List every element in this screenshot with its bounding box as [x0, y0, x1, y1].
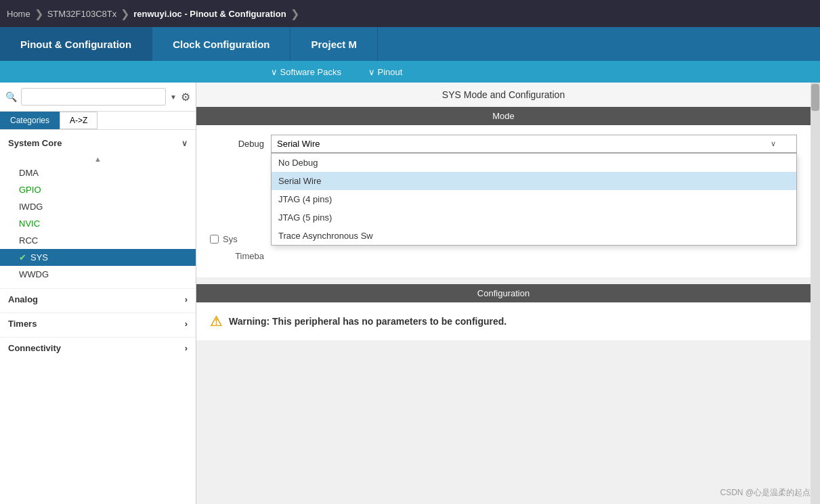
- collapse-indicator: ▲: [0, 154, 196, 164]
- timers-section: Timers ›: [0, 313, 196, 334]
- breadcrumb-home[interactable]: Home: [7, 9, 30, 19]
- breadcrumb-sep-2: ❯: [121, 7, 129, 20]
- content-title: SYS Mode and Configuration: [196, 83, 811, 107]
- tab-categories[interactable]: Categories: [0, 112, 60, 129]
- sys-checkbox[interactable]: [210, 235, 219, 244]
- dropdown-option-trace[interactable]: Trace Asynchronous Sw: [272, 227, 796, 245]
- sys-label: SYS: [30, 252, 48, 262]
- sidebar-item-sys[interactable]: ✔ SYS: [0, 249, 196, 266]
- sidebar-search-row: 🔍 ▼ ⚙: [0, 83, 196, 112]
- system-core-label: System Core: [8, 138, 62, 148]
- connectivity-header[interactable]: Connectivity ›: [0, 338, 196, 359]
- breadcrumb-sep-1: ❯: [35, 7, 43, 20]
- warning-text: Warning: This peripheral has no paramete…: [229, 316, 506, 327]
- mode-section-header: Mode: [196, 107, 811, 125]
- analog-label: Analog: [8, 294, 38, 304]
- software-packs-button[interactable]: ∨ Software Packs: [271, 67, 341, 77]
- connectivity-arrow: ›: [185, 343, 188, 353]
- sidebar-tabs: Categories A->Z: [0, 112, 196, 130]
- system-core-header[interactable]: System Core ∨: [0, 133, 196, 154]
- analog-header[interactable]: Analog ›: [0, 289, 196, 310]
- breadcrumb-sep-3: ❯: [290, 7, 299, 20]
- scrollbar[interactable]: [811, 83, 820, 504]
- search-dropdown-arrow[interactable]: ▼: [170, 93, 177, 101]
- timeba-row: Timeba: [210, 251, 797, 261]
- tab-bar: Pinout & Configuration Clock Configurati…: [0, 27, 820, 61]
- connectivity-section: Connectivity ›: [0, 337, 196, 359]
- content-scroll-wrapper: SYS Mode and Configuration Mode Debug Se…: [196, 83, 820, 504]
- tab-project[interactable]: Project M: [290, 27, 378, 61]
- config-section: Configuration ⚠ Warning: This peripheral…: [196, 284, 811, 340]
- pinout-button[interactable]: ∨ Pinout: [368, 67, 402, 77]
- tab-pinout[interactable]: Pinout & Configuration: [0, 27, 152, 61]
- analog-section: Analog ›: [0, 288, 196, 310]
- sys-check-icon: ✔: [19, 252, 26, 262]
- warning-box: ⚠ Warning: This peripheral has no parame…: [196, 302, 811, 340]
- timers-label: Timers: [8, 319, 37, 329]
- sidebar-item-rcc[interactable]: RCC: [0, 232, 196, 249]
- system-core-arrow: ∨: [181, 139, 188, 148]
- breadcrumb-chip[interactable]: STM32F103C8Tx: [47, 9, 117, 19]
- debug-selected-value: Serial Wire: [277, 139, 320, 149]
- tab-clock[interactable]: Clock Configuration: [152, 27, 290, 61]
- timers-arrow: ›: [185, 319, 188, 329]
- debug-label: Debug: [210, 139, 271, 149]
- tab-az[interactable]: A->Z: [60, 112, 98, 129]
- sidebar-item-iwdg[interactable]: IWDG: [0, 198, 196, 215]
- sidebar-item-gpio[interactable]: GPIO: [0, 181, 196, 198]
- connectivity-label: Connectivity: [8, 343, 61, 353]
- dropdown-option-jtag5[interactable]: JTAG (5 pins): [272, 208, 796, 227]
- analog-arrow: ›: [185, 294, 188, 304]
- sidebar: 🔍 ▼ ⚙ Categories A->Z System Core ∨ ▲ DM…: [0, 83, 196, 504]
- config-section-header: Configuration: [196, 284, 811, 302]
- dropdown-option-jtag4[interactable]: JTAG (4 pins): [272, 190, 796, 208]
- debug-select[interactable]: Serial Wire ∨: [271, 135, 797, 153]
- breadcrumb: Home ❯ STM32F103C8Tx ❯ renwuyi.ioc - Pin…: [0, 0, 820, 27]
- search-input[interactable]: [21, 88, 166, 106]
- content-area: SYS Mode and Configuration Mode Debug Se…: [196, 83, 811, 504]
- sys-checkbox-label: Sys: [223, 234, 238, 244]
- dropdown-option-nodebug[interactable]: No Debug: [272, 154, 796, 172]
- timeba-label: Timeba: [210, 251, 271, 261]
- debug-select-wrap: Serial Wire ∨ No Debug Serial Wire JTAG …: [271, 135, 797, 153]
- dropdown-arrow-icon: ∨: [771, 139, 776, 148]
- warning-icon: ⚠: [210, 313, 222, 329]
- search-icon: 🔍: [5, 91, 17, 102]
- system-core-section: System Core ∨ ▲ DMA GPIO IWDG NVIC RCC ✔…: [0, 130, 196, 285]
- main-layout: 🔍 ▼ ⚙ Categories A->Z System Core ∨ ▲ DM…: [0, 83, 820, 504]
- watermark: CSDN @心是温柔的起点: [720, 487, 811, 499]
- sidebar-item-dma[interactable]: DMA: [0, 164, 196, 181]
- timers-header[interactable]: Timers ›: [0, 313, 196, 334]
- breadcrumb-current: renwuyi.ioc - Pinout & Configuration: [133, 9, 286, 19]
- debug-row: Debug Serial Wire ∨ No Debug Serial Wire…: [210, 135, 797, 153]
- mode-section: Debug Serial Wire ∨ No Debug Serial Wire…: [196, 125, 811, 277]
- sub-toolbar: ∨ Software Packs ∨ Pinout: [0, 61, 820, 83]
- sidebar-item-nvic[interactable]: NVIC: [0, 215, 196, 232]
- gear-icon[interactable]: ⚙: [181, 91, 190, 104]
- sidebar-item-wwdg[interactable]: WWDG: [0, 266, 196, 283]
- debug-dropdown-menu: No Debug Serial Wire JTAG (4 pins) JTAG …: [271, 153, 797, 246]
- dropdown-option-serialwire[interactable]: Serial Wire: [272, 172, 796, 190]
